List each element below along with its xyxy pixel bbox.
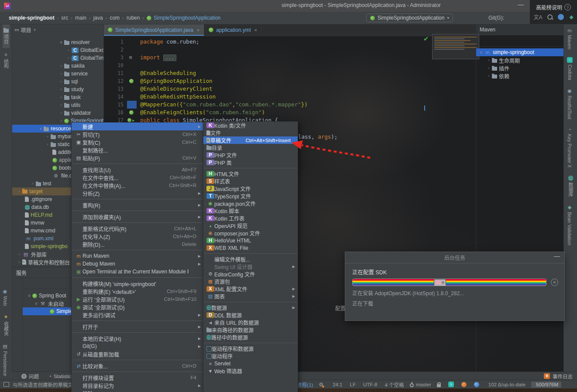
- submenu-item[interactable]: ▼ Web 筛选器: [203, 367, 298, 375]
- code-line[interactable]: 12 @SpringBootApplication: [103, 77, 476, 85]
- submenu-item[interactable]: ◉ package.json文件: [203, 200, 298, 207]
- search-icon[interactable]: [547, 14, 553, 20]
- tree-chevron-icon[interactable]: ›: [58, 103, 64, 107]
- tool-window-tab[interactable]: 数据库: [567, 172, 574, 201]
- context-menu-item[interactable]: [72, 211, 203, 211]
- submenu-item[interactable]: 来自路径的数据源: [203, 326, 298, 334]
- context-menu-item[interactable]: Git(G) ▶: [72, 342, 203, 350]
- project-view-title[interactable]: 项目: [21, 26, 31, 34]
- context-menu-item[interactable]: 将目录标记为 ▶: [72, 382, 203, 389]
- context-menu-item[interactable]: 重新格式化代码(R) Ctrl+Alt+L: [72, 225, 203, 232]
- code-line[interactable]: 3 import ...: [103, 54, 476, 61]
- context-menu-item[interactable]: [72, 222, 203, 223]
- status-bar-widget[interactable]: [437, 382, 443, 387]
- breadcrumb-item[interactable]: ruben›: [127, 15, 147, 21]
- tree-chevron-icon[interactable]: ›: [16, 189, 22, 194]
- context-menu-item[interactable]: ✂ 剪切(T) Ctrl+X: [72, 130, 203, 138]
- submenu-item[interactable]: [204, 343, 297, 343]
- inspections-ok-icon[interactable]: ✔: [423, 35, 429, 43]
- submenu-item[interactable]: ◕ OpenAPI 规范: [203, 222, 298, 229]
- context-menu-item[interactable]: 在文件中查找... Ctrl+Shift+F: [72, 174, 203, 181]
- editor-tab[interactable]: application.yml ×: [204, 24, 262, 36]
- submenu-item[interactable]: 目录: [203, 144, 298, 151]
- tool-window-tab[interactable]: ◔Key Promoter X: [567, 123, 572, 172]
- menu-bar-item[interactable]: [23, 4, 31, 8]
- context-menu-item[interactable]: 打开模块设置 F4: [72, 374, 203, 382]
- submenu-item[interactable]: K Kotlin 脚本: [203, 207, 298, 215]
- context-menu-item[interactable]: ◉ 调试 '全部测试'(D): [72, 303, 203, 311]
- context-menu-item[interactable]: [72, 277, 203, 278]
- status-bar-widget[interactable]: [474, 382, 481, 387]
- gutter-icon[interactable]: [127, 38, 137, 46]
- context-menu-item[interactable]: [72, 250, 203, 250]
- project-tree-row[interactable]: › service: [12, 70, 103, 78]
- status-bar-widget[interactable]: 24:1: [331, 382, 342, 387]
- context-menu-item[interactable]: 查找用法(U) Alt+F7: [72, 166, 203, 174]
- breadcrumb-item[interactable]: main›: [75, 15, 93, 21]
- submenu-item[interactable]: H HelloVue HTML: [203, 237, 298, 244]
- status-bar-widget[interactable]: [461, 382, 468, 387]
- status-bar-widget[interactable]: 500/976M: [531, 382, 561, 388]
- context-menu-item[interactable]: ▣ 复制(C) Ctrl+C: [72, 138, 203, 146]
- gutter-icon[interactable]: [127, 46, 137, 54]
- context-menu-item[interactable]: 更多运行/调试 ▶: [72, 311, 203, 319]
- context-menu-item[interactable]: ⇄ 比较对象... Ctrl+D: [72, 362, 203, 370]
- maven-tree-row[interactable]: › 生命周期: [476, 56, 564, 64]
- event-log-button[interactable]: 事件日志: [553, 373, 573, 380]
- tree-chevron-icon[interactable]: ›: [65, 48, 72, 52]
- maven-tree-row[interactable]: ∨ m simple-springboot: [476, 48, 564, 56]
- submenu-item[interactable]: ⚙ EditorConfig 文件: [203, 270, 298, 278]
- context-menu-item[interactable]: 构建模块(M) 'simple-springboot': [72, 280, 203, 287]
- tool-window-tab[interactable]: ≡结构: [3, 48, 10, 72]
- submenu-item[interactable]: 草稿文件 Ctrl+Alt+Shift+Insert: [203, 136, 298, 144]
- submenu-item[interactable]: ≡ Servlet: [203, 360, 298, 367]
- tree-chevron-icon[interactable]: ›: [58, 64, 64, 68]
- context-menu-item[interactable]: 重新构建(E) '<default>' Ctrl+Shift+F9: [72, 287, 203, 295]
- code-line[interactable]: 1 package com.ruben;: [103, 38, 476, 46]
- menu-bar-item[interactable]: [31, 4, 38, 8]
- project-tree-row[interactable]: › utils: [12, 101, 103, 109]
- gutter-icon[interactable]: [127, 77, 137, 85]
- tool-window-tab[interactable]: ★收藏夹: [3, 310, 10, 340]
- tool-window-tab[interactable]: 项目: [3, 24, 10, 48]
- menu-bar-item[interactable]: [86, 4, 93, 8]
- close-tab-icon[interactable]: ×: [197, 27, 199, 33]
- tree-chevron-icon[interactable]: ›: [58, 119, 64, 123]
- tool-window-tab[interactable]: ›Codota: [567, 53, 573, 84]
- context-menu-item[interactable]: ▣ Open Terminal at the Current Maven Mod…: [72, 268, 203, 276]
- project-tree-row[interactable]: › sql: [12, 78, 103, 85]
- gutter-icon[interactable]: [127, 54, 137, 61]
- menu-bar-item[interactable]: [15, 4, 23, 8]
- context-menu-item[interactable]: [72, 372, 203, 372]
- context-menu-item[interactable]: ▶ 运行 '全部测试'(U) Ctrl+Shift+F10: [72, 295, 203, 303]
- context-menu-item[interactable]: 在文件中替换(A)... Ctrl+Shift+R: [72, 181, 203, 189]
- context-menu-item[interactable]: [72, 164, 203, 164]
- tool-window-button[interactable]: 问题: [21, 373, 39, 380]
- breadcrumb-item[interactable]: java›: [93, 15, 110, 21]
- gutter-icon[interactable]: [127, 85, 137, 93]
- context-menu-item[interactable]: ▤ 粘贴(P) Ctrl+V: [72, 154, 203, 162]
- submenu-item[interactable]: ▧ 图表 ▶: [203, 293, 298, 300]
- submenu-item[interactable]: X WEB XML File: [203, 244, 298, 252]
- submenu-item[interactable]: 数据源 ▶: [203, 304, 298, 311]
- project-tree-row[interactable]: › sakila: [12, 62, 103, 70]
- breadcrumb-item[interactable]: src›: [61, 15, 75, 21]
- context-menu-item[interactable]: 移除 BOM: [72, 389, 203, 392]
- code-editor[interactable]: 1 package com.ruben; 2 3 import ... 10 1…: [103, 36, 476, 124]
- status-bar-widget[interactable]: 4 个空格: [383, 381, 404, 388]
- menu-bar-item[interactable]: [54, 4, 62, 8]
- tree-chevron-icon[interactable]: ›: [16, 260, 22, 264]
- minimize-popup-icon[interactable]: —: [554, 252, 560, 259]
- submenu-item[interactable]: T TypeScript 文件: [203, 192, 298, 200]
- context-menu-item[interactable]: 添加到收藏夹(A) ▶: [72, 213, 203, 221]
- context-menu-item[interactable]: 复制路径...: [72, 146, 203, 154]
- submenu-item[interactable]: [204, 302, 297, 302]
- submenu-item[interactable]: P PHP 文件: [203, 151, 298, 159]
- submenu-item[interactable]: X XML 配置文件 ▶: [203, 285, 298, 293]
- tool-window-tab[interactable]: ◆Bean Validation: [567, 201, 572, 249]
- menu-bar-item[interactable]: [62, 4, 70, 8]
- chevron-down-icon[interactable]: ▾: [34, 28, 35, 32]
- status-bar-widget[interactable]: master: [410, 382, 431, 387]
- context-menu-item[interactable]: 分析(Z) ▶: [72, 189, 203, 197]
- project-tree-row[interactable]: › C GlobalExcep: [12, 46, 103, 54]
